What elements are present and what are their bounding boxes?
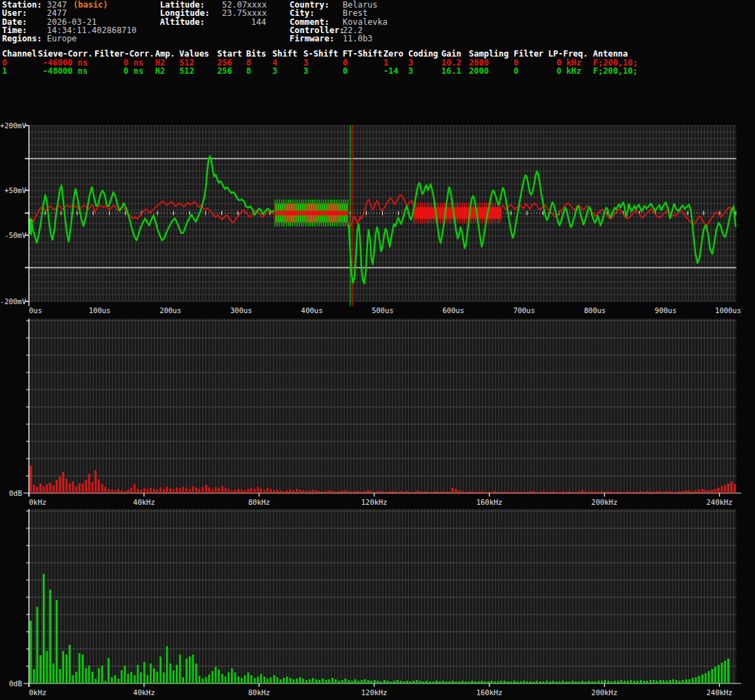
column-header: Amp. (155, 50, 175, 58)
header-field-value: 11.0b3 (343, 34, 372, 43)
waveform-y-label: +50mV (4, 186, 26, 194)
spectrum-channel-1-x-label: 120kHz (361, 688, 387, 697)
header-field-value: 52.07xxxx (222, 1, 266, 9)
spectrum-channel-1-x-label: 160kHz (476, 688, 503, 697)
header-field-label: Altitude: (160, 18, 205, 26)
waveform-y-label: -50mV (4, 231, 26, 239)
spectrum-channel-0-x-label: 160kHz (476, 498, 503, 506)
header-field-label: Firmware: (290, 34, 334, 43)
spectrum-channel-1-x-ticks (29, 683, 720, 687)
header-field-value: 22.2 (343, 26, 363, 34)
header-field-label: Comment: (290, 18, 330, 26)
header-field-value: 2477 (47, 9, 67, 17)
spectrum-channel-1-y-ticks (23, 511, 29, 683)
channel-row-cell: 1 (2, 67, 7, 75)
channel-row-cell: 8 (246, 59, 251, 67)
column-header: Zero (383, 50, 403, 58)
column-header: FT-Shift (343, 50, 383, 58)
header-field-label: City: (290, 9, 314, 17)
column-header: Antenna (593, 50, 628, 58)
waveform-x-label: 100us (89, 306, 111, 314)
waveform-x-label: 400us (301, 306, 323, 314)
channel-row-cell: F;200,10; (593, 67, 638, 75)
header-field-label: Regions: (2, 34, 42, 43)
channel-row-cell: 0 ns (94, 67, 143, 75)
column-header: S-Shift (303, 50, 339, 58)
channel-row-cell: 0 (2, 59, 7, 67)
channel-row-cell: 256 (217, 59, 232, 67)
waveform-y-label: -200mV (0, 297, 27, 306)
waveform-x-label: 600us (443, 306, 465, 314)
channel-row-cell: 512 (179, 67, 194, 75)
header-field-value: 2026-03-21 (47, 18, 97, 26)
spectrum-channel-1-x-label: 80kHz (248, 688, 270, 697)
spectrum-channel-0-y-label: 0dB (9, 489, 22, 497)
channel-row-cell: H2 (155, 67, 165, 75)
signal-charts: +200mV+50mV-50mV-200mV0us100us200us300us… (0, 0, 755, 700)
channel-row-cell: 2000 (469, 67, 489, 75)
waveform-x-label: 800us (584, 306, 606, 314)
channel-row-cell: 256 (217, 67, 232, 75)
channel-row-cell: 4 (272, 59, 277, 67)
channel-row-cell: 1 (383, 59, 388, 67)
spectrum-channel-1-y-label: 0dB (9, 679, 22, 688)
column-header: Sampling (469, 50, 509, 58)
column-header: Filter (514, 50, 543, 58)
channel-row-cell: H2 (155, 59, 165, 67)
waveform-x-label: 900us (655, 306, 677, 314)
spectrum-channel-0-x-label: 80kHz (248, 498, 270, 506)
waveform-x-label: 300us (230, 306, 252, 314)
header-field-value: 3247 (47, 1, 67, 9)
column-header: Start (217, 50, 242, 58)
spectrum-channel-1-x-label: 240kHz (706, 688, 732, 697)
column-header: Filter-Corr. (94, 50, 154, 58)
spectrum-channel-0-x-label: 120kHz (361, 498, 387, 506)
station-monitor-app: +200mV+50mV-50mV-200mV0us100us200us300us… (0, 0, 755, 700)
column-header: Channel (2, 50, 37, 58)
spectrum-channel-0-x-label: 0kHz (29, 498, 46, 506)
waveform-x-label: 700us (513, 306, 535, 314)
column-header: Values (179, 50, 209, 58)
channel-row-cell: 3 (272, 67, 277, 75)
channel-row-cell: 0 (514, 67, 519, 75)
header-field-value: 14:34:11.402868710 (47, 26, 137, 34)
channel-row-cell: 3 (408, 59, 413, 67)
channel-row-cell: 2000 (469, 59, 489, 67)
header-field-label: Latitude: (160, 1, 205, 9)
channel-row-cell: -46000 ns (38, 59, 88, 67)
channel-row-cell: 3 (303, 67, 308, 75)
channel-row-cell: 0 (514, 59, 519, 67)
spectrum-channel-0-x-label: 240kHz (706, 498, 732, 506)
waveform-y-ticks (25, 126, 29, 301)
channel-row-cell: 16.1 (441, 67, 461, 75)
spectrum-channel-0-x-label: 200kHz (592, 498, 618, 506)
channel-row-cell: 8 (246, 67, 251, 75)
waveform-y-label: +200mV (0, 121, 27, 130)
channel-row-cell: 10.2 (441, 59, 461, 67)
channel-row-cell: 0 ns (94, 59, 143, 67)
station-type-badge: (basic) (73, 1, 108, 9)
channel-row-cell: 0 kHz (548, 59, 581, 67)
header-field-label: Date: (2, 18, 27, 26)
spectrum-channel-1-x-label: 0kHz (29, 688, 46, 697)
column-header: Coding (408, 50, 438, 58)
channel-row-cell: 3 (408, 67, 413, 75)
header-field-label: Controller: (290, 26, 344, 34)
header-field-value: Belarus (343, 1, 378, 9)
header-field-value: 144 (222, 18, 266, 26)
waveform-x-label: 500us (372, 306, 394, 314)
column-header: Gain (441, 50, 461, 58)
header-field-value: Europe (47, 34, 77, 43)
channel-row-cell: 512 (179, 59, 194, 67)
spectrum-channel-1-x-label: 40kHz (133, 688, 155, 697)
header-field-label: Time: (2, 26, 27, 34)
header-field-label: Longitude: (160, 9, 210, 17)
column-header: LP-Freq. (548, 50, 588, 58)
header-field-label: User: (2, 9, 27, 17)
signal-burst-block (275, 211, 348, 216)
spectrum-channel-0-x-label: 40kHz (133, 498, 155, 506)
waveform-x-label: 1000us (715, 306, 741, 314)
spectrum-channel-1-x-label: 200kHz (592, 688, 618, 697)
column-header: Bits (246, 50, 266, 58)
channel-row-cell: 0 kHz (548, 67, 581, 75)
